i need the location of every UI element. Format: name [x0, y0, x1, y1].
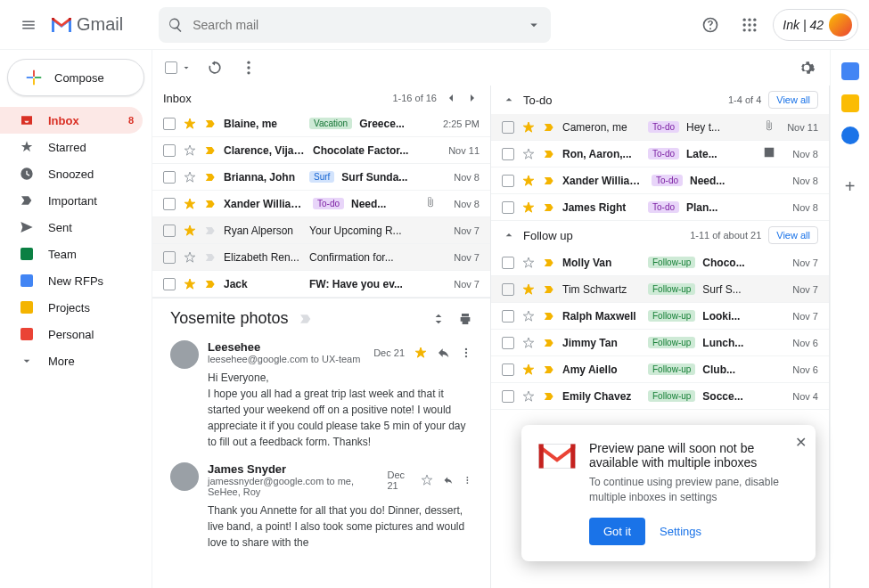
email-row[interactable]: Cameron, me To-do Hey t... Nov 11 — [491, 114, 829, 141]
settings-button[interactable] — [796, 57, 817, 78]
important-icon[interactable] — [204, 144, 217, 157]
star-icon[interactable] — [183, 224, 197, 238]
print-icon[interactable] — [458, 312, 472, 326]
important-icon[interactable] — [543, 390, 555, 403]
star-icon[interactable] — [521, 147, 536, 161]
important-icon[interactable] — [543, 175, 555, 187]
important-icon[interactable] — [543, 121, 555, 134]
star-icon[interactable] — [521, 309, 536, 323]
important-icon[interactable] — [543, 257, 555, 269]
row-checkbox[interactable] — [502, 257, 514, 269]
important-icon[interactable] — [543, 337, 555, 349]
email-row[interactable]: Jack FW: Have you ev... Nov 7 — [152, 271, 490, 298]
next-page-icon[interactable] — [465, 91, 480, 105]
row-checkbox[interactable] — [502, 121, 514, 134]
email-row[interactable]: Ralph Maxwell Follow-up Looki... Nov 7 — [491, 303, 829, 330]
search-input[interactable] — [184, 18, 526, 32]
help-button[interactable] — [694, 9, 726, 41]
important-icon[interactable] — [204, 225, 217, 237]
prev-page-icon[interactable] — [444, 91, 458, 105]
message-more-icon[interactable] — [460, 347, 472, 359]
important-marker-icon[interactable] — [299, 312, 313, 326]
add-addon-button[interactable]: + — [845, 176, 856, 197]
star-icon[interactable] — [183, 250, 197, 265]
email-row[interactable]: James Right To-do Plan... Nov 8 — [491, 194, 829, 221]
calendar-addon-icon[interactable] — [841, 62, 859, 80]
collapse-icon[interactable] — [431, 312, 446, 326]
row-checkbox[interactable] — [502, 148, 514, 160]
email-row[interactable]: Jimmy Tan Follow-up Lunch... Nov 6 — [491, 330, 829, 356]
row-checkbox[interactable] — [163, 251, 176, 264]
row-checkbox[interactable] — [502, 201, 514, 214]
reply-icon[interactable] — [437, 346, 451, 360]
star-icon[interactable] — [183, 170, 197, 184]
star-icon[interactable] — [521, 200, 536, 215]
email-row[interactable]: Xander Williams To-do Need... Nov 8 — [491, 167, 829, 194]
message-star-icon[interactable] — [414, 346, 428, 360]
email-row[interactable]: Molly Van Follow-up Choco... Nov 7 — [491, 249, 829, 276]
email-row[interactable]: Elizabeth Ren... Confirmation for... Nov… — [152, 244, 490, 271]
star-icon[interactable] — [521, 120, 536, 135]
select-all-checkbox[interactable] — [165, 61, 177, 74]
important-icon[interactable] — [204, 171, 217, 184]
collapse-todo-icon[interactable] — [502, 93, 516, 107]
important-icon[interactable] — [543, 310, 555, 323]
star-icon[interactable] — [521, 282, 536, 297]
main-menu-button[interactable] — [11, 7, 46, 43]
email-row[interactable]: Blaine, me Vacation Greece... 2:25 PM — [152, 110, 490, 137]
important-icon[interactable] — [204, 198, 217, 210]
star-icon[interactable] — [521, 174, 536, 188]
row-checkbox[interactable] — [502, 390, 514, 403]
reply-icon[interactable] — [443, 473, 454, 487]
row-checkbox[interactable] — [163, 144, 176, 157]
star-icon[interactable] — [183, 143, 197, 158]
todo-viewall[interactable]: View all — [768, 91, 818, 109]
email-row[interactable]: Brianna, John Surf Surf Sunda... Nov 8 — [152, 164, 490, 191]
apps-button[interactable] — [734, 9, 766, 41]
important-icon[interactable] — [543, 201, 555, 214]
sidebar-item-personal[interactable]: Personal — [0, 321, 143, 347]
sidebar-item-projects[interactable]: Projects — [0, 294, 143, 321]
row-checkbox[interactable] — [502, 363, 514, 376]
select-dropdown-icon[interactable] — [181, 61, 192, 75]
sidebar-item-more[interactable]: More — [0, 347, 143, 374]
followup-viewall[interactable]: View all — [768, 226, 818, 244]
message-more-icon[interactable] — [463, 474, 472, 486]
compose-button[interactable]: Compose — [7, 59, 144, 96]
row-checkbox[interactable] — [163, 118, 176, 130]
star-icon[interactable] — [521, 389, 536, 404]
star-icon[interactable] — [521, 256, 536, 270]
collapse-followup-icon[interactable] — [502, 228, 516, 242]
email-row[interactable]: Clarence, Vijay 13 Chocolate Factor... N… — [152, 137, 490, 164]
row-checkbox[interactable] — [163, 198, 176, 210]
refresh-button[interactable] — [204, 57, 225, 78]
popup-close-button[interactable]: ✕ — [795, 434, 807, 451]
account-switcher[interactable]: Ink | 42 — [773, 9, 858, 41]
email-row[interactable]: Ryan Alperson Your Upcoming R... Nov 7 — [152, 217, 490, 244]
star-icon[interactable] — [183, 277, 197, 291]
important-icon[interactable] — [543, 283, 555, 296]
sidebar-item-team[interactable]: Team — [0, 241, 143, 267]
important-icon[interactable] — [543, 363, 555, 376]
message-star-icon[interactable] — [420, 473, 434, 487]
tasks-addon-icon[interactable] — [841, 127, 859, 144]
sidebar-item-inbox[interactable]: Inbox8 — [0, 107, 143, 134]
email-row[interactable]: Xander Williams To-do Need... Nov 8 — [152, 191, 490, 217]
sidebar-item-important[interactable]: Important — [0, 187, 143, 214]
email-row[interactable]: Tim Schwartz Follow-up Surf S... Nov 7 — [491, 276, 829, 303]
sidebar-item-snoozed[interactable]: Snoozed — [0, 160, 143, 187]
sidebar-item-sent[interactable]: Sent — [0, 214, 143, 241]
important-icon[interactable] — [204, 251, 217, 264]
popup-settings-link[interactable]: Settings — [660, 525, 701, 538]
star-icon[interactable] — [521, 363, 536, 377]
search-bar[interactable] — [159, 7, 551, 43]
star-icon[interactable] — [183, 197, 197, 211]
row-checkbox[interactable] — [163, 278, 176, 290]
important-icon[interactable] — [543, 148, 555, 160]
email-row[interactable]: Ron, Aaron,... To-do Late... Nov 8 — [491, 141, 829, 167]
important-icon[interactable] — [204, 278, 217, 290]
row-checkbox[interactable] — [163, 225, 176, 237]
keep-addon-icon[interactable] — [841, 94, 859, 112]
sidebar-item-starred[interactable]: Starred — [0, 134, 143, 160]
sidebar-item-new-rfps[interactable]: New RFPs — [0, 267, 143, 294]
